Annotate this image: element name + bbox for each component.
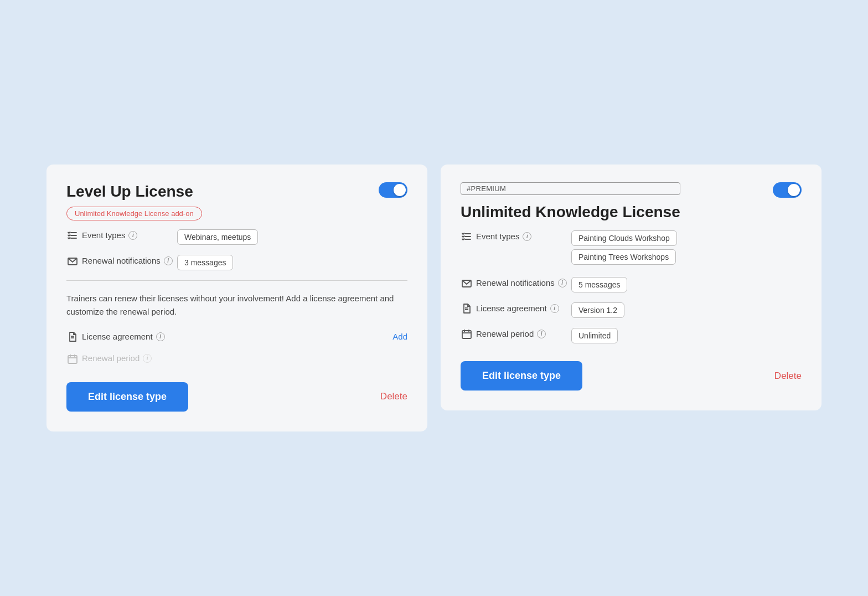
card1-license-label-group: License agreement i	[66, 331, 381, 342]
card1-license-info[interactable]: i	[156, 332, 165, 341]
svg-rect-16	[462, 331, 471, 338]
card1-toggle-thumb	[394, 184, 406, 196]
card2-footer: Edit license type Delete	[461, 361, 802, 391]
card1-addon-badge: Unlimited Knowledge License add-on	[66, 207, 202, 220]
card2-event-chip-2: Painting Trees Workshops	[571, 249, 676, 265]
card1-event-types-chip: Webinars, meetups	[177, 229, 258, 245]
checklist-icon	[66, 229, 79, 241]
card1-renewal-notifications-row: Renewal notifications i 3 messages	[66, 255, 407, 270]
card2-renewal-info[interactable]: i	[558, 279, 567, 287]
card2-renewal-values: 5 messages	[571, 277, 802, 292]
card1-edit-button[interactable]: Edit license type	[66, 382, 188, 412]
card2-renewal-label: Renewal notifications	[476, 278, 555, 287]
card2-renewal-period-row: Renewal period i Unlimited	[461, 328, 802, 343]
card2-event-types-values: Painting Clouds Workshop Painting Trees …	[571, 230, 802, 265]
card2-premium-badge: #PREMIUM	[461, 182, 680, 195]
card1-renewal-period-label-group: Renewal period i	[66, 352, 407, 364]
card2-event-types-label: Event types	[476, 232, 519, 241]
card2-toggle[interactable]	[773, 182, 802, 198]
card2-title: Unlimited Knowledge License	[461, 203, 680, 222]
card2-event-types-row: Event types i Painting Clouds Workshop P…	[461, 230, 802, 265]
card1-event-types-row: Event types i Webinars, meetups	[66, 229, 407, 245]
card1-header: Level Up License Unlimited Knowledge Lic…	[66, 182, 407, 220]
card1-delete-button[interactable]: Delete	[380, 391, 407, 402]
card1-renewal-label-group: Renewal notifications i	[66, 255, 177, 266]
card1-license-label: License agreement	[82, 332, 153, 341]
card2-renewal-period-label-group: Renewal period i	[461, 328, 571, 340]
card1-renewal-period-label: Renewal period	[82, 353, 140, 363]
card2-renewal-chip: 5 messages	[571, 277, 627, 292]
card2-renewal-notifications-row: Renewal notifications i 5 messages	[461, 277, 802, 292]
card1-header-left: Level Up License Unlimited Knowledge Lic…	[66, 182, 202, 220]
card1-renewal-chip: 3 messages	[177, 255, 233, 270]
calendar-icon-disabled	[66, 352, 79, 364]
card2-header: #PREMIUM Unlimited Knowledge License	[461, 182, 802, 222]
card2-license-label-group: License agreement i	[461, 302, 571, 314]
card2-toggle-thumb	[788, 184, 800, 196]
card2-renewal-period-values: Unlimited	[571, 328, 802, 343]
envelope-icon-2	[461, 277, 473, 289]
card2-event-types-info[interactable]: i	[523, 232, 531, 241]
card1-event-types-label-group: Event types i	[66, 229, 177, 241]
card2-license-chip: Version 1.2	[571, 302, 624, 318]
card2-license-info[interactable]: i	[550, 304, 559, 313]
card2-renewal-label-group: Renewal notifications i	[461, 277, 571, 289]
card1-renewal-values: 3 messages	[177, 255, 407, 270]
card-unlimited: #PREMIUM Unlimited Knowledge License	[441, 165, 822, 410]
card1-toggle-track	[379, 182, 407, 198]
card1-license-add[interactable]: Add	[381, 332, 407, 341]
card2-license-values: Version 1.2	[571, 302, 802, 318]
card2-edit-button[interactable]: Edit license type	[461, 361, 582, 391]
cards-container: Level Up License Unlimited Knowledge Lic…	[46, 165, 822, 431]
card2-event-types-label-group: Event types i	[461, 230, 571, 242]
card1-event-types-label: Event types	[82, 230, 125, 240]
card1-renewal-label: Renewal notifications	[82, 256, 161, 265]
checklist-icon-2	[461, 230, 473, 242]
svg-rect-6	[68, 356, 77, 363]
card1-footer: Edit license type Delete	[66, 382, 407, 412]
card2-event-chip-1: Painting Clouds Workshop	[571, 230, 677, 246]
calendar-icon-2	[461, 328, 473, 340]
card-level-up: Level Up License Unlimited Knowledge Lic…	[46, 165, 427, 431]
card2-header-left: #PREMIUM Unlimited Knowledge License	[461, 182, 680, 222]
card2-renewal-period-info[interactable]: i	[537, 330, 546, 338]
card2-delete-button[interactable]: Delete	[774, 371, 802, 382]
card2-license-row: License agreement i Version 1.2	[461, 302, 802, 318]
card2-license-label: License agreement	[476, 304, 547, 313]
card2-toggle-track	[773, 182, 802, 198]
card1-renewal-period-info: i	[143, 354, 152, 363]
envelope-icon	[66, 255, 79, 266]
card1-event-types-values: Webinars, meetups	[177, 229, 407, 245]
card1-description: Trainers can renew their licenses withou…	[66, 292, 407, 318]
document-icon-2	[461, 302, 473, 314]
document-icon	[66, 331, 79, 342]
card2-renewal-period-label: Renewal period	[476, 329, 534, 338]
card1-renewal-period-row: Renewal period i	[66, 352, 407, 364]
card1-license-row: License agreement i Add	[66, 331, 407, 342]
card1-title: Level Up License	[66, 182, 202, 201]
card1-renewal-info[interactable]: i	[164, 256, 173, 265]
card1-event-types-info[interactable]: i	[128, 231, 137, 240]
card1-divider	[66, 280, 407, 281]
card2-renewal-period-chip: Unlimited	[571, 328, 618, 343]
card1-toggle[interactable]	[379, 182, 407, 198]
